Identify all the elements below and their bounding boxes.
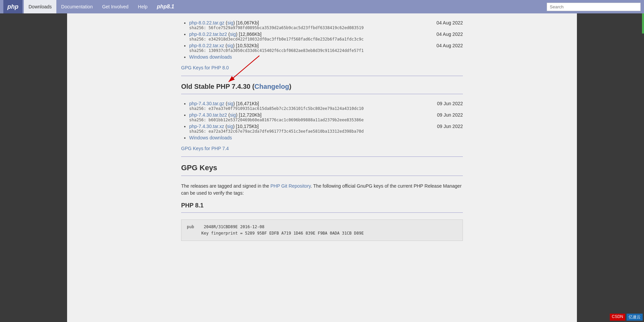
php74-xz-size: [10,175Kb] (236, 124, 259, 129)
nav-documentation[interactable]: Documentation (56, 0, 97, 13)
nav-help[interactable]: Help (133, 0, 152, 13)
php74-windows-link[interactable]: Windows downloads (189, 135, 232, 140)
php74-gpg-link[interactable]: GPG Keys for PHP 7.4 (181, 146, 463, 151)
php80-windows-link[interactable]: Windows downloads (189, 54, 232, 60)
php80-gz-sig[interactable]: sig (227, 20, 233, 25)
php81-gpg-heading: PHP 8.1 (181, 202, 463, 209)
php74-xz-link[interactable]: php-7.4.30.tar.xz (189, 124, 224, 129)
nav-downloads[interactable]: Downloads (24, 0, 56, 13)
php74-gz-date: 09 Jun 2022 (437, 101, 463, 106)
csdn-badge: CSDN (610, 314, 625, 321)
php81-gpg-divider (181, 212, 463, 213)
nav-php81[interactable]: php8.1 (152, 4, 179, 10)
php80-file-list: php-8.0.22.tar.gz (sig) [16,067Kb] 04 Au… (181, 20, 463, 60)
php74-bz2-sha: sha256: b601bb12e53720469b60ea816776cac1… (189, 118, 463, 122)
search-container (547, 3, 641, 11)
right-sidebar (577, 13, 644, 322)
nav-get-involved[interactable]: Get Involved (97, 0, 133, 13)
php74-windows-item: Windows downloads (189, 135, 463, 140)
php74-gz-item: php-7.4.30.tar.gz (sig) [16,471Kb] 09 Ju… (189, 101, 463, 111)
php74-divider-top (181, 76, 463, 76)
php80-gz-size: [16,067Kb] (236, 20, 259, 25)
left-sidebar (0, 13, 67, 322)
gpg-description: The releases are tagged and signed in th… (181, 183, 463, 197)
bottom-badges: CSDN 亿速云 (608, 312, 644, 322)
php-logo[interactable]: php (3, 0, 22, 13)
php74-section: Old Stable PHP 7.4.30 (Changelog) (181, 83, 463, 90)
gpg-code-block: pub 2048R/31CBD89E 2016-12-08 Key finger… (181, 219, 463, 241)
php80-xz-item: php-8.0.22.tar.xz (sig) [10,532Kb] 04 Au… (189, 43, 463, 53)
php80-gz-date: 04 Aug 2022 (436, 20, 463, 25)
content-area: php-8.0.22.tar.gz (sig) [16,067Kb] 04 Au… (171, 13, 473, 322)
php80-bz2-item: php-8.0.22.tar.bz2 (sig) [12,866Kb] 04 A… (189, 31, 463, 42)
php74-xz-sha: sha256: ea72a34f32c67e79ac2da7dfe96177f3… (189, 129, 463, 134)
gpg-divider (181, 156, 463, 157)
php80-xz-size: [10,532Kb] (236, 43, 259, 48)
php74-changelog-link[interactable]: Changelog (255, 83, 289, 90)
php74-gz-size: [16,471Kb] (236, 101, 259, 106)
gpg-pub-line: pub 2048R/31CBD89E 2016-12-08 (187, 224, 457, 230)
php74-bz2-sig[interactable]: sig (230, 112, 236, 118)
navigation-bar: php Downloads Documentation Get Involved… (0, 0, 644, 13)
php80-xz-sig[interactable]: sig (227, 43, 233, 48)
gpg-title-divider (181, 176, 463, 176)
php80-bz2-date: 04 Aug 2022 (436, 31, 463, 37)
php74-file-list: php-7.4.30.tar.gz (sig) [16,471Kb] 09 Ju… (181, 101, 463, 140)
php74-gz-sha: sha256: e37ea37e0f79109351ac615da85eb7c2… (189, 106, 463, 111)
php80-gpg-link[interactable]: GPG Keys for PHP 8.0 (181, 65, 463, 70)
nav-links: Downloads Documentation Get Involved Hel… (24, 0, 179, 13)
php80-bz2-sha: sha256: e342918d3ecd422f10032df0ac3ffb0e… (189, 37, 463, 42)
php80-gz-item: php-8.0.22.tar.gz (sig) [16,067Kb] 04 Au… (189, 20, 463, 30)
php80-gz-sha: sha256: 56fce7529a9798fd0895bca3539d2a65… (189, 25, 463, 30)
php80-xz-date: 04 Aug 2022 (436, 43, 463, 48)
php74-heading: Old Stable PHP 7.4.30 (Changelog) (181, 83, 463, 90)
php74-bz2-link[interactable]: php-7.4.30.tar.bz2 (189, 112, 227, 118)
php74-xz-item: php-7.4.30.tar.xz (sig) [10,175Kb] 09 Ju… (189, 124, 463, 134)
php80-bz2-size: [12,866Kb] (239, 31, 262, 37)
gpg-section: GPG Keys The releases are tagged and sig… (181, 164, 463, 241)
php74-divider-sub (181, 94, 463, 94)
gpg-fingerprint-line: Key fingerprint = 5289 95BF EDFB A719 1D… (187, 230, 457, 237)
php74-bz2-item: php-7.4.30.tar.bz2 (sig) [12,720Kb] 09 J… (189, 112, 463, 122)
php80-xz-link[interactable]: php-8.0.22.tar.xz (189, 43, 224, 48)
php80-bz2-link[interactable]: php-8.0.22.tar.bz2 (189, 31, 227, 37)
php80-xz-sha: sha256: 130937c0fa3050cd33d6c415402f6ccb… (189, 48, 463, 53)
page-wrapper: php-8.0.22.tar.gz (sig) [16,067Kb] 04 Au… (0, 13, 644, 322)
yisu-badge: 亿速云 (627, 314, 643, 321)
php74-gz-sig[interactable]: sig (227, 101, 233, 106)
gpg-title: GPG Keys (181, 164, 463, 172)
php74-gz-link[interactable]: php-7.4.30.tar.gz (189, 101, 224, 106)
php80-windows-item: Windows downloads (189, 54, 463, 60)
search-input[interactable] (547, 3, 641, 11)
php80-bz2-sig[interactable]: sig (230, 31, 236, 37)
php74-xz-sig[interactable]: sig (227, 124, 233, 129)
php74-xz-date: 09 Jun 2022 (437, 124, 463, 129)
php74-bz2-size: [12,720Kb] (239, 112, 262, 118)
php74-bz2-date: 09 Jun 2022 (437, 112, 463, 118)
php-git-repo-link[interactable]: PHP Git Repository (270, 183, 311, 189)
php80-gz-link[interactable]: php-8.0.22.tar.gz (189, 20, 224, 25)
